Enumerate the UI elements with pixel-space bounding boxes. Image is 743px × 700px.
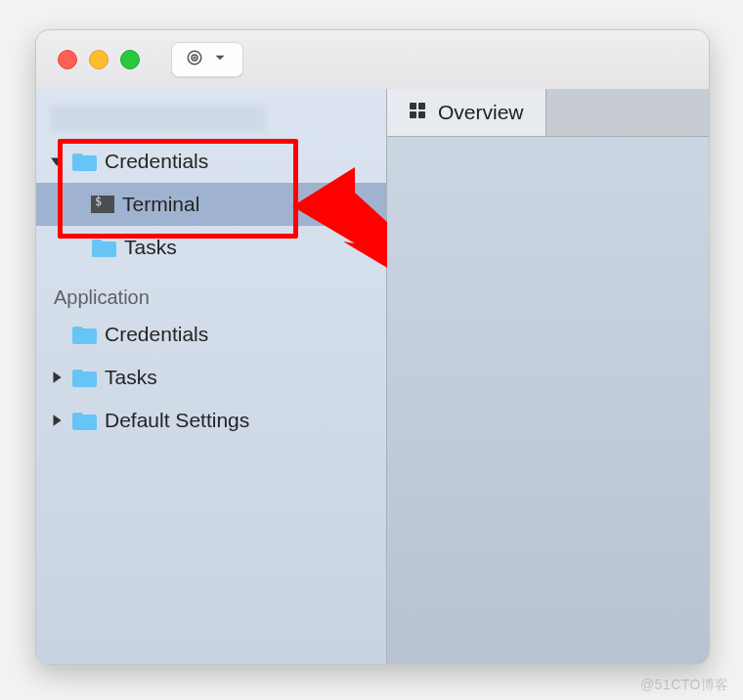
svg-rect-6: [410, 111, 416, 118]
sidebar-item-credentials[interactable]: Credentials: [36, 140, 386, 183]
tab-bar: Overview: [387, 89, 709, 137]
sidebar-project-name[interactable]: [36, 97, 386, 140]
sidebar: Credentials Terminal Tasks Application C…: [36, 89, 387, 664]
tab-bar-empty: [546, 89, 709, 136]
zoom-window-button[interactable]: [120, 50, 140, 69]
sidebar-item-app-credentials[interactable]: Credentials: [36, 313, 386, 356]
sidebar-item-tasks[interactable]: Tasks: [36, 226, 386, 269]
sidebar-item-terminal[interactable]: Terminal: [36, 183, 386, 226]
sidebar-item-app-default-settings[interactable]: Default Settings: [36, 399, 386, 442]
sidebar-section-label: Application: [36, 269, 386, 313]
svg-rect-5: [418, 103, 425, 109]
titlebar: [36, 30, 709, 90]
sidebar-item-label: Credentials: [105, 323, 208, 346]
sidebar-item-label: Terminal: [122, 193, 199, 216]
watermark: @51CTO博客: [640, 677, 729, 694]
folder-icon: [91, 238, 116, 257]
disclosure-right-icon: [50, 414, 64, 427]
folder-icon: [71, 325, 97, 344]
folder-icon: [71, 152, 97, 171]
sidebar-item-label: Tasks: [124, 236, 177, 259]
close-window-button[interactable]: [58, 50, 77, 69]
folder-icon: [71, 368, 97, 387]
run-target-button[interactable]: [171, 42, 243, 77]
terminal-icon: [91, 196, 114, 213]
target-icon: [186, 49, 203, 70]
content-area: Overview: [387, 89, 709, 664]
app-window: Credentials Terminal Tasks Application C…: [35, 29, 710, 665]
sidebar-item-label: Credentials: [105, 150, 208, 173]
window-body: Credentials Terminal Tasks Application C…: [36, 89, 709, 664]
svg-rect-7: [418, 111, 425, 118]
svg-rect-4: [410, 103, 416, 109]
disclosure-right-icon: [50, 371, 64, 384]
svg-point-2: [194, 57, 196, 59]
grid-icon: [409, 101, 426, 124]
chevron-down-icon: [211, 49, 229, 70]
tab-overview[interactable]: Overview: [387, 89, 546, 136]
tab-label: Overview: [438, 101, 524, 124]
sidebar-item-label: Tasks: [105, 366, 157, 389]
window-controls: [58, 50, 140, 69]
sidebar-item-label: Default Settings: [105, 409, 249, 432]
sidebar-item-app-tasks[interactable]: Tasks: [36, 356, 386, 399]
minimize-window-button[interactable]: [89, 50, 109, 69]
redacted-text: [50, 106, 265, 131]
disclosure-down-icon: [50, 154, 64, 168]
folder-icon: [71, 411, 97, 430]
